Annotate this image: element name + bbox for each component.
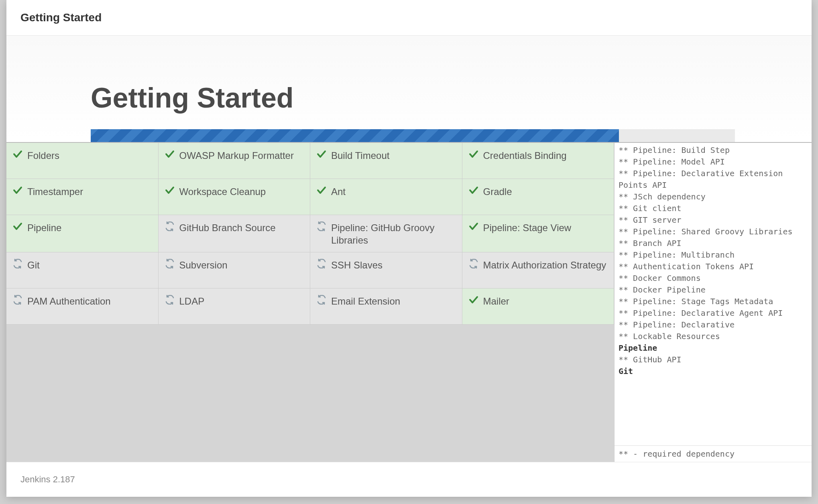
plugin-label: Subversion <box>179 258 303 271</box>
install-log-body[interactable]: ** Pipeline: Build Step** Pipeline: Mode… <box>615 143 812 445</box>
plugin-cell: Mailer <box>462 289 615 325</box>
plugin-label: OWASP Markup Formatter <box>179 148 303 162</box>
log-line: Git <box>619 366 808 377</box>
log-line: ** Pipeline: Build Step <box>619 144 808 156</box>
plugin-cell: LDAP <box>159 289 311 325</box>
log-line: ** Pipeline: Declarative Agent API <box>619 307 808 319</box>
content-row: FoldersOWASP Markup FormatterBuild Timeo… <box>6 142 812 462</box>
plugin-cell: Matrix Authorization Strategy <box>462 252 615 289</box>
plugin-cell: Credentials Binding <box>462 143 615 179</box>
check-icon <box>468 185 479 196</box>
log-line: ** Docker Pipeline <box>619 284 808 296</box>
plugin-cell: GitHub Branch Source <box>159 215 311 252</box>
log-line: ** Docker Commons <box>619 272 808 284</box>
jenkins-version-label: Jenkins 2.187 <box>20 474 75 484</box>
log-line: ** Authentication Tokens API <box>619 261 808 272</box>
plugin-label: LDAP <box>179 294 303 307</box>
refresh-icon <box>316 258 327 269</box>
plugin-label: Credentials Binding <box>483 148 607 162</box>
plugin-cell: Pipeline: GitHub Groovy Libraries <box>310 215 462 252</box>
plugin-cell: Pipeline: Stage View <box>462 215 615 252</box>
plugin-cell: Workspace Cleanup <box>159 179 311 215</box>
refresh-icon <box>316 294 327 305</box>
refresh-icon <box>12 258 23 269</box>
hero-section: Getting Started <box>6 36 812 142</box>
refresh-icon <box>316 221 327 232</box>
page-title: Getting Started <box>91 82 727 114</box>
progress-wrap <box>91 129 727 142</box>
log-line: ** Lockable Resources <box>619 331 808 342</box>
plugin-label: Workspace Cleanup <box>179 185 303 198</box>
plugin-grid: FoldersOWASP Markup FormatterBuild Timeo… <box>6 143 614 462</box>
modal-footer: Jenkins 2.187 <box>6 462 812 497</box>
refresh-icon <box>164 294 175 305</box>
refresh-icon <box>468 258 479 269</box>
log-line: ** JSch dependency <box>619 191 808 203</box>
plugin-label: Ant <box>331 185 455 198</box>
log-line: ** Pipeline: Declarative Extension Point… <box>619 168 808 191</box>
refresh-icon <box>12 294 23 305</box>
plugin-cell: PAM Authentication <box>6 289 159 325</box>
plugin-label: Timestamper <box>27 185 151 198</box>
check-icon <box>316 185 327 196</box>
install-log-footer: ** - required dependency <box>615 445 812 462</box>
plugin-label: Mailer <box>483 294 607 307</box>
check-icon <box>468 221 479 232</box>
modal-header: Getting Started <box>6 0 812 36</box>
check-icon <box>468 294 479 305</box>
check-icon <box>468 148 479 160</box>
check-icon <box>164 148 175 160</box>
plugin-label: Folders <box>27 148 151 162</box>
plugin-cell: Subversion <box>159 252 311 289</box>
plugin-label: Pipeline: GitHub Groovy Libraries <box>331 221 455 246</box>
plugin-cell: Git <box>6 252 159 289</box>
plugin-label: Matrix Authorization Strategy <box>483 258 607 271</box>
log-line: ** Branch API <box>619 238 808 249</box>
progress-bar <box>91 129 735 142</box>
modal-header-title: Getting Started <box>20 11 798 24</box>
plugin-cell: Gradle <box>462 179 615 215</box>
plugin-label: GitHub Branch Source <box>179 221 303 234</box>
log-line: ** Pipeline: Declarative <box>619 319 808 331</box>
check-icon <box>12 185 23 196</box>
install-log-panel: ** Pipeline: Build Step** Pipeline: Mode… <box>614 143 812 462</box>
log-line: ** Pipeline: Multibranch <box>619 249 808 261</box>
plugin-label: Gradle <box>483 185 607 198</box>
log-line: ** GIT server <box>619 214 808 226</box>
plugin-cell: Ant <box>310 179 462 215</box>
log-line: Pipeline <box>619 342 808 354</box>
plugin-cell: Build Timeout <box>310 143 462 179</box>
log-line: ** Pipeline: Stage Tags Metadata <box>619 296 808 307</box>
refresh-icon <box>164 221 175 232</box>
log-line: ** Git client <box>619 203 808 214</box>
plugin-cell: OWASP Markup Formatter <box>159 143 311 179</box>
check-icon <box>164 185 175 196</box>
log-line: ** Pipeline: Shared Groovy Libraries <box>619 226 808 238</box>
check-icon <box>12 221 23 232</box>
check-icon <box>316 148 327 160</box>
plugin-cell: Email Extension <box>310 289 462 325</box>
progress-fill <box>91 129 619 142</box>
plugin-label: Email Extension <box>331 294 455 307</box>
plugin-label: SSH Slaves <box>331 258 455 271</box>
plugin-cell: Folders <box>6 143 159 179</box>
refresh-icon <box>164 258 175 269</box>
plugin-label: Pipeline: Stage View <box>483 221 607 234</box>
plugin-cell: SSH Slaves <box>310 252 462 289</box>
setup-wizard-modal: Getting Started Getting Started FoldersO… <box>6 0 812 497</box>
plugin-cell: Timestamper <box>6 179 159 215</box>
log-line: ** Pipeline: Model API <box>619 156 808 168</box>
check-icon <box>12 148 23 160</box>
plugin-cell: Pipeline <box>6 215 159 252</box>
plugin-label: Pipeline <box>27 221 151 234</box>
plugin-label: Git <box>27 258 151 271</box>
log-line: ** GitHub API <box>619 354 808 366</box>
plugin-label: PAM Authentication <box>27 294 151 307</box>
plugin-label: Build Timeout <box>331 148 455 162</box>
